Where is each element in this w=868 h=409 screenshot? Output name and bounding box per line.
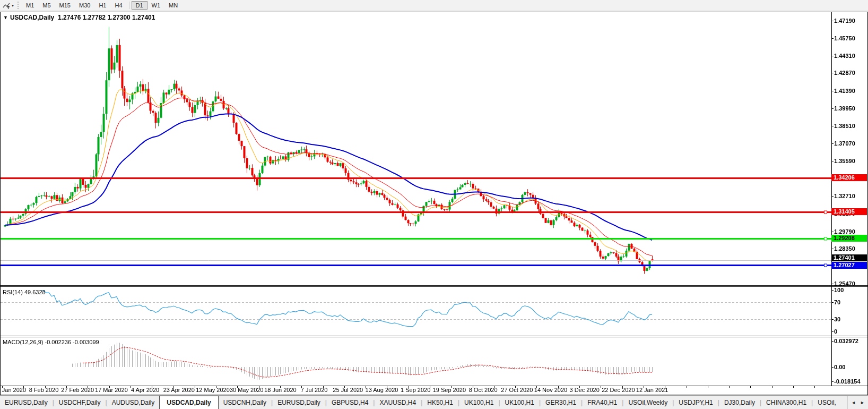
toolbar-separator [129, 2, 129, 9]
support-line-blue-badge: 1.27027 [831, 262, 867, 269]
price-tick-label: 1.41390 [834, 88, 855, 94]
tab-eurusd-daily[interactable]: EURUSD,Daily [0, 396, 53, 409]
date-axis-label: 12 Jan 2021 [636, 387, 669, 393]
timeframe-button-d1[interactable]: D1 [132, 1, 147, 10]
date-axis-label: 27 Oct 2020 [501, 387, 533, 393]
tab-usoil-weekly[interactable]: USOil,Weekly [623, 396, 672, 409]
date-axis-label: 19 Sep 2020 [433, 387, 466, 393]
tab-gbpusd-h4[interactable]: GBPUSD,H4 [327, 396, 373, 409]
tabs-scroll-left-button[interactable]: ◄ [851, 400, 856, 405]
tab-eurusd-daily[interactable]: EURUSD,Daily [273, 396, 325, 409]
date-axis-label: 21 Jan 2020 [0, 387, 26, 393]
date-axis-label: 8 Oct 2020 [469, 387, 498, 393]
price-tick-label: 1.45750 [834, 35, 855, 41]
date-axis-label: 23 Apr 2020 [163, 387, 195, 393]
price-tick-label: 1.42870 [834, 70, 855, 76]
timeframe-button-m5[interactable]: M5 [38, 1, 55, 10]
date-axis-label: 18 Jun 2020 [264, 387, 297, 393]
rsi-tick-label: 0 [834, 328, 837, 335]
symbol-tabs: EURUSD,Daily|USDCHF,Daily|AUDUSD,DailyUS… [0, 396, 868, 409]
tab-uk100-h1[interactable]: UK100,H1 [459, 396, 498, 409]
price-tick-label: 1.38510 [834, 123, 855, 129]
tab-usdcnh-daily[interactable]: USDCNH,Daily [219, 396, 271, 409]
tab-usdcad-daily[interactable]: USDCAD,Daily [159, 396, 218, 409]
tab-audusd-daily[interactable]: AUDUSD,Daily [107, 396, 160, 409]
date-axis-label: 27 Feb 2020 [61, 387, 94, 393]
timeframe-button-m1[interactable]: M1 [22, 1, 38, 10]
expander-icon[interactable]: ▼ [3, 15, 8, 20]
rsi-tick-label: 100 [834, 287, 844, 293]
price-tick-label: 1.25470 [834, 280, 855, 287]
price-tick-label: 1.29790 [834, 228, 855, 235]
tab-fra40-h1[interactable]: FRA40,H1 [583, 396, 622, 409]
tab-scroll-buttons: ◄ ► [847, 396, 868, 409]
chart-cursor-button[interactable]: ▾ [0, 1, 15, 10]
timeframe-button-mn[interactable]: MN [164, 1, 182, 10]
date-axis-label: 17 Mar 2020 [95, 387, 128, 393]
top-toolbar: ▾ M1M5M15M30H1H4D1W1MN [0, 0, 868, 11]
date-axis-label: 3 Dec 2020 [570, 387, 600, 393]
date-axis-label: 7 Jul 2020 [301, 387, 328, 393]
timeframe-buttons: M1M5M15M30H1H4D1W1MN [22, 0, 182, 11]
price-tick-label: 1.35590 [834, 158, 855, 164]
macd-tick-label: -0.018154 [834, 378, 861, 385]
chart-window: ▼USDCAD,Daily 1.27476 1.27782 1.27300 1.… [0, 12, 868, 395]
bid-price-line-badge: 1.27401 [831, 254, 867, 261]
price-tick-label: 1.44310 [834, 53, 855, 59]
date-axis-label: 13 Aug 2020 [366, 387, 398, 393]
tab-xauusd-h4[interactable]: XAUUSD,H4 [375, 396, 421, 409]
date-axis-label: 12 May 2020 [196, 387, 230, 393]
rsi-tick-label: 30 [834, 316, 840, 322]
tab-china300-h1[interactable]: CHINA300,H1 [761, 396, 811, 409]
resistance-line-lower-badge: 1.31405 [831, 208, 867, 215]
symbol-tabbar: EURUSD,Daily|USDCHF,Daily|AUDUSD,DailyUS… [0, 395, 868, 409]
toolbar-grip[interactable] [18, 2, 19, 9]
macd-label: MACD(12,26,9) -0.002236 -0.003099 [3, 339, 99, 345]
timeframe-button-h1[interactable]: H1 [94, 1, 110, 10]
timeframe-button-w1[interactable]: W1 [147, 1, 165, 10]
chart-cursor-icon [3, 2, 11, 9]
tab-hk50-h1[interactable]: HK50,H1 [422, 396, 458, 409]
price-tick-label: 1.32710 [834, 193, 855, 199]
rsi-label: RSI(14) 49.6328 [3, 289, 46, 295]
tab-dj30-daily[interactable]: DJ30,Daily [719, 396, 760, 409]
macd-tick-label: 0.032972 [834, 338, 858, 344]
price-tick-label: 1.47190 [834, 18, 855, 24]
timeframe-button-m15[interactable]: M15 [55, 1, 75, 10]
support-line-green-badge: 1.29208 [831, 235, 867, 242]
chart-title: ▼USDCAD,Daily 1.27476 1.27782 1.27300 1.… [3, 14, 155, 21]
caret-down-icon: ▾ [12, 3, 14, 8]
date-axis-label: 30 May 2020 [230, 387, 264, 393]
tab-usoil-[interactable]: USOil, [813, 396, 841, 409]
tab-usdchf-daily[interactable]: USDCHF,Daily [54, 396, 106, 409]
date-axis-label: 14 Nov 2020 [534, 387, 567, 393]
resistance-line-upper-badge: 1.34206 [831, 174, 867, 181]
price-tick-label: 1.28350 [834, 245, 855, 252]
date-axis-label: 25 Jul 2020 [333, 387, 363, 393]
tab-uk100-h1[interactable]: UK100,H1 [500, 396, 539, 409]
date-axis-label: 4 Apr 2020 [131, 387, 159, 393]
chart-symbol: USDCAD,Daily [10, 14, 54, 21]
timeframe-button-h4[interactable]: H4 [110, 1, 126, 10]
date-axis-label: 22 Dec 2020 [602, 387, 635, 393]
price-tick-label: 1.39950 [834, 105, 855, 112]
date-axis-label: 8 Feb 2020 [29, 387, 59, 393]
chart-canvas[interactable] [1, 12, 867, 395]
tab-usdjpy-h1[interactable]: USDJPY,H1 [674, 396, 717, 409]
tab-ger30-h1[interactable]: GER30,H1 [541, 396, 581, 409]
macd-tick-label: 0.00 [834, 364, 845, 370]
date-axis-label: 1 Sep 2020 [401, 387, 430, 393]
timeframe-button-m30[interactable]: M30 [75, 1, 94, 10]
chart-ohlc: 1.27476 1.27782 1.27300 1.27401 [58, 14, 155, 21]
tabs-scroll-right-button[interactable]: ► [860, 400, 865, 405]
price-tick-label: 1.37070 [834, 140, 855, 147]
rsi-tick-label: 70 [834, 299, 840, 305]
